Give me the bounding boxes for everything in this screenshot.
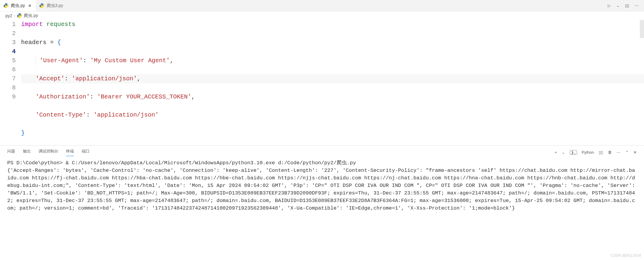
close-panel-icon[interactable]: ✕ bbox=[633, 150, 637, 155]
panel-tabs: 问题 输出 调试控制台 终端 端口 + ⌄ ❯_ Python ▯▯ 🗑 ⋯ ⌃… bbox=[0, 146, 644, 156]
svg-point-5 bbox=[20, 17, 21, 18]
breadcrumb-folder[interactable]: py2 bbox=[5, 13, 12, 18]
more-icon[interactable]: ⋯ bbox=[617, 150, 620, 155]
tab-file-active[interactable]: 爬虫.py ✕ bbox=[0, 0, 36, 11]
shell-name[interactable]: Python bbox=[582, 150, 594, 155]
split-editor-icon[interactable]: ▯▯ bbox=[625, 3, 629, 8]
tab-output[interactable]: 输出 bbox=[23, 149, 31, 156]
svg-point-3 bbox=[43, 7, 43, 8]
tab-file-inactive[interactable]: 爬虫3.py bbox=[36, 0, 67, 11]
terminal-output[interactable]: PS D:\Code\python> & C:/Users/lenovo/App… bbox=[0, 156, 644, 260]
tab-problems[interactable]: 问题 bbox=[7, 149, 15, 156]
split-terminal-icon[interactable]: ▯▯ bbox=[599, 150, 603, 155]
tab-terminal[interactable]: 终端 bbox=[66, 149, 74, 156]
svg-point-4 bbox=[18, 14, 19, 14]
svg-point-0 bbox=[5, 4, 5, 4]
close-icon[interactable]: ✕ bbox=[27, 3, 32, 8]
run-dropdown-icon[interactable]: ⌄ bbox=[616, 3, 620, 8]
panel-actions: + ⌄ ❯_ Python ▯▯ 🗑 ⋯ ⌃ ✕ bbox=[555, 150, 637, 155]
chevron-right-icon: › bbox=[14, 13, 16, 18]
code-content[interactable]: import requests headers = { 'User-Agent'… bbox=[21, 20, 644, 145]
chevron-down-icon[interactable]: ⌄ bbox=[562, 150, 565, 155]
minimap-scroll-handle[interactable] bbox=[640, 20, 644, 38]
tab-ports[interactable]: 端口 bbox=[82, 149, 90, 156]
new-terminal-icon[interactable]: + bbox=[555, 150, 557, 155]
python-icon bbox=[40, 3, 44, 8]
tabs-actions: ▷ ⌄ ▯▯ ⋯ bbox=[608, 3, 644, 8]
tabs-bar: 爬虫.py ✕ 爬虫3.py ▷ ⌄ ▯▯ ⋯ bbox=[0, 0, 644, 11]
tab-label: 爬虫3.py bbox=[47, 3, 63, 8]
python-icon bbox=[17, 13, 22, 18]
run-icon[interactable]: ▷ bbox=[608, 3, 611, 8]
tab-debug-console[interactable]: 调试控制台 bbox=[39, 149, 58, 156]
breadcrumb[interactable]: py2 › 爬虫.py bbox=[0, 11, 644, 20]
svg-point-1 bbox=[7, 7, 7, 8]
maximize-panel-icon[interactable]: ⌃ bbox=[625, 150, 629, 155]
shell-icon: ❯_ bbox=[570, 150, 577, 155]
svg-point-2 bbox=[41, 4, 41, 4]
python-icon bbox=[4, 3, 8, 8]
tab-label: 爬虫.py bbox=[11, 3, 25, 8]
line-number-gutter: 123456789 bbox=[0, 20, 21, 145]
more-icon[interactable]: ⋯ bbox=[635, 3, 639, 8]
bottom-panel: 问题 输出 调试控制台 终端 端口 + ⌄ ❯_ Python ▯▯ 🗑 ⋯ ⌃… bbox=[0, 145, 644, 260]
trash-icon[interactable]: 🗑 bbox=[608, 150, 612, 155]
code-editor[interactable]: 123456789 import requests headers = { 'U… bbox=[0, 20, 644, 145]
watermark: CSDN @好运2024 bbox=[611, 253, 641, 258]
breadcrumb-file[interactable]: 爬虫.py bbox=[24, 13, 38, 18]
